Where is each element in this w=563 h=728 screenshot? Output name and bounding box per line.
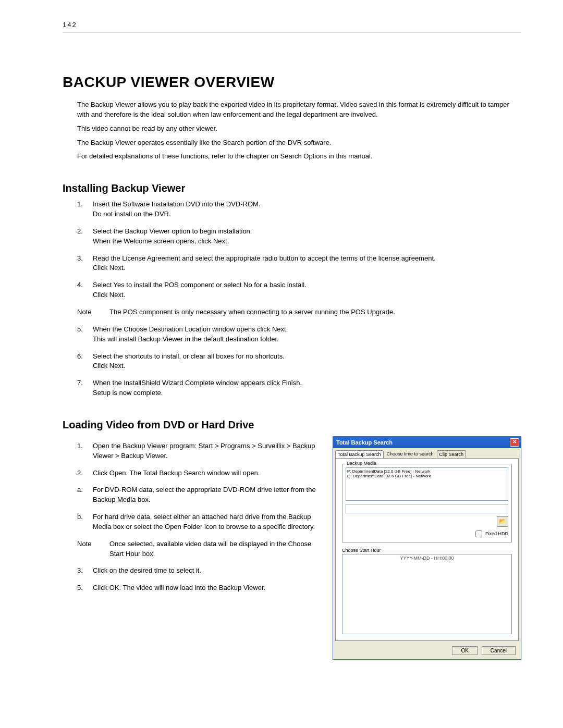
page-number: 142: [63, 21, 521, 32]
start-hour-placeholder: YYYY-MM-DD - HH:00:00: [400, 556, 454, 561]
step-text: Select the shortcuts to install, or clea…: [93, 352, 521, 372]
step-num: b.: [77, 512, 93, 532]
step-num: a.: [77, 485, 93, 505]
step-num: 5.: [77, 583, 93, 593]
media-item[interactable]: P: DepartmentData [22.0 GB Free] - Netwo…: [347, 469, 507, 474]
heading-install: Installing Backup Viewer: [63, 182, 521, 194]
intro-p1: The Backup Viewer allows you to play bac…: [63, 100, 521, 120]
step-num: 4.: [77, 280, 93, 300]
intro-p4: For detailed explanations of these funct…: [63, 152, 521, 162]
tab-total-backup-search[interactable]: Total Backup Search: [335, 450, 384, 458]
close-button[interactable]: ✕: [510, 438, 519, 447]
step-num: 2.: [77, 227, 93, 246]
install-steps-2: 5.When the Choose Destination Location w…: [77, 325, 521, 398]
step-num: 6.: [77, 352, 93, 372]
intro-p2: This video cannot be read by any other v…: [63, 124, 521, 134]
step-num: 1.: [77, 200, 93, 219]
media-item[interactable]: Q: DepartmentData [32.6 GB Free] - Netwo…: [347, 474, 507, 479]
step-num: 3.: [77, 566, 93, 576]
step-text: When the InstallShield Wizard Complete w…: [93, 378, 521, 398]
install-steps-1: 1.Insert the Software Installation DVD i…: [77, 200, 521, 300]
tab-choose-time-label: Choose time to search: [386, 451, 435, 456]
fixed-hdd-label: Fixed HDD: [485, 531, 508, 536]
heading-main: BACKUP VIEWER OVERVIEW: [63, 74, 521, 91]
load-steps-2: 3.Click on the desired time to select it…: [77, 566, 322, 593]
note-label: Note: [77, 307, 109, 317]
tab-clip-search[interactable]: Clip Search: [437, 450, 467, 458]
install-note: Note The POS component is only necessary…: [77, 307, 521, 317]
step-text: Open the Backup Viewer program: Start > …: [93, 441, 322, 461]
step-num: 5.: [77, 325, 93, 344]
step-num: 1.: [77, 441, 93, 461]
step-text: For DVD-ROM data, select the appropriate…: [93, 485, 322, 505]
heading-load: Loading Video from DVD or Hard Drive: [63, 419, 521, 431]
open-folder-button[interactable]: 📂: [497, 516, 508, 527]
path-input[interactable]: [346, 504, 508, 513]
backup-media-list[interactable]: P: DepartmentData [22.0 GB Free] - Netwo…: [346, 467, 508, 501]
choose-start-hour-label: Choose Start Hour: [342, 548, 512, 553]
ok-button[interactable]: OK: [452, 646, 477, 655]
step-text: Click Open. The Total Backup Search wind…: [93, 468, 322, 478]
step-text: When the Choose Destination Location win…: [93, 325, 521, 344]
step-text: Click on the desired time to select it.: [93, 566, 322, 576]
backup-media-group: Backup Media P: DepartmentData [22.0 GB …: [342, 464, 512, 542]
load-steps-1: 1.Open the Backup Viewer program: Start …: [77, 441, 322, 532]
note-text: Once selected, available video data will…: [109, 539, 322, 559]
load-note: Note Once selected, available video data…: [77, 539, 322, 559]
step-num: 3.: [77, 254, 93, 274]
step-text: For hard drive data, select either an at…: [93, 512, 322, 532]
note-text: The POS component is only necessary when…: [109, 307, 395, 317]
step-num: 7.: [77, 378, 93, 398]
step-text: Insert the Software Installation DVD int…: [93, 200, 521, 219]
step-text: Click OK. The video will now load into t…: [93, 583, 322, 593]
cancel-button[interactable]: Cancel: [482, 646, 516, 655]
intro-p3: The Backup Viewer operates essentially l…: [63, 138, 521, 148]
total-backup-search-dialog: Total Backup Search ✕ Total Backup Searc…: [333, 436, 521, 660]
step-num: 2.: [77, 468, 93, 478]
folder-icon: 📂: [499, 518, 506, 525]
step-text: Read the License Agreement and select th…: [93, 254, 521, 274]
fixed-hdd-checkbox[interactable]: [475, 530, 482, 537]
step-text: Select the Backup Viewer option to begin…: [93, 227, 521, 246]
backup-media-legend: Backup Media: [346, 461, 377, 466]
choose-start-hour-list[interactable]: YYYY-MM-DD - HH:00:00: [342, 554, 512, 634]
note-label: Note: [77, 539, 109, 559]
step-text: Select Yes to install the POS component …: [93, 280, 521, 300]
dialog-title: Total Backup Search: [336, 439, 393, 446]
